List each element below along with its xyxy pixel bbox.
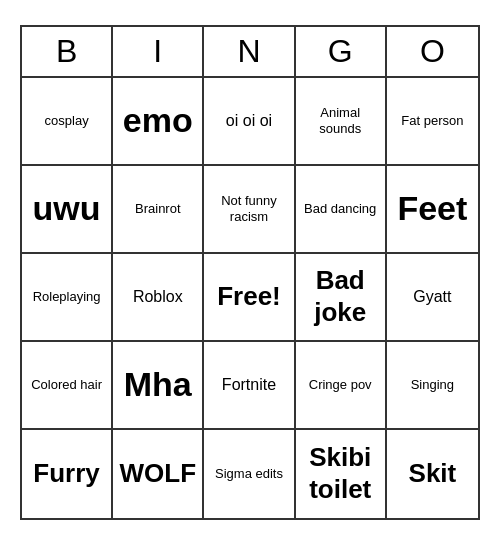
bingo-cell-17: Fortnite bbox=[204, 342, 295, 430]
bingo-cell-21: WOLF bbox=[113, 430, 204, 518]
bingo-cell-3: Animal sounds bbox=[296, 78, 387, 166]
bingo-cell-11: Roblox bbox=[113, 254, 204, 342]
bingo-cell-23: Skibi toilet bbox=[296, 430, 387, 518]
bingo-cell-15: Colored hair bbox=[22, 342, 113, 430]
bingo-cell-18: Cringe pov bbox=[296, 342, 387, 430]
header-letter: N bbox=[204, 27, 295, 76]
bingo-header: BINGO bbox=[22, 27, 478, 78]
bingo-cell-6: Brainrot bbox=[113, 166, 204, 254]
bingo-cell-19: Singing bbox=[387, 342, 478, 430]
bingo-cell-13: Bad joke bbox=[296, 254, 387, 342]
header-letter: I bbox=[113, 27, 204, 76]
bingo-cell-16: Mha bbox=[113, 342, 204, 430]
bingo-cell-1: emo bbox=[113, 78, 204, 166]
bingo-cell-24: Skit bbox=[387, 430, 478, 518]
bingo-cell-20: Furry bbox=[22, 430, 113, 518]
bingo-cell-8: Bad dancing bbox=[296, 166, 387, 254]
bingo-cell-7: Not funny racism bbox=[204, 166, 295, 254]
bingo-cell-22: Sigma edits bbox=[204, 430, 295, 518]
bingo-cell-10: Roleplaying bbox=[22, 254, 113, 342]
bingo-card: BINGO cosplayemooi oi oiAnimal soundsFat… bbox=[20, 25, 480, 520]
bingo-cell-0: cosplay bbox=[22, 78, 113, 166]
bingo-cell-12: Free! bbox=[204, 254, 295, 342]
bingo-cell-9: Feet bbox=[387, 166, 478, 254]
header-letter: G bbox=[296, 27, 387, 76]
bingo-grid: cosplayemooi oi oiAnimal soundsFat perso… bbox=[22, 78, 478, 518]
header-letter: O bbox=[387, 27, 478, 76]
bingo-cell-2: oi oi oi bbox=[204, 78, 295, 166]
bingo-cell-4: Fat person bbox=[387, 78, 478, 166]
bingo-cell-14: Gyatt bbox=[387, 254, 478, 342]
bingo-cell-5: uwu bbox=[22, 166, 113, 254]
header-letter: B bbox=[22, 27, 113, 76]
